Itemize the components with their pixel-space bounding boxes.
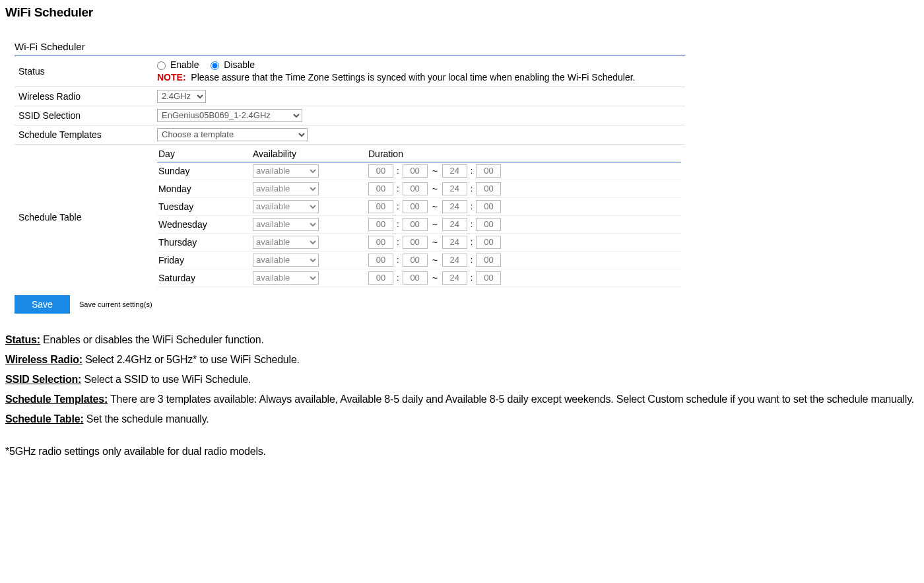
time-colon: : xyxy=(397,219,399,229)
time-range-separator: ~ xyxy=(431,219,439,230)
description-term: Wireless Radio: xyxy=(5,354,82,365)
day-cell: Thursday xyxy=(157,237,253,248)
status-disable-text: Disable xyxy=(224,59,255,70)
time-range-separator: ~ xyxy=(431,273,439,283)
start-min-input[interactable] xyxy=(403,182,428,195)
end-hour-input[interactable] xyxy=(442,254,467,267)
time-colon: : xyxy=(397,237,399,247)
schedule-header: Day Availability Duration xyxy=(157,149,681,162)
end-min-input[interactable] xyxy=(476,164,501,178)
time-colon: : xyxy=(397,255,399,265)
description-text: There are 3 templates available: Always … xyxy=(108,394,914,405)
time-range-separator: ~ xyxy=(431,201,439,212)
template-label: Schedule Templates xyxy=(15,125,153,144)
start-hour-input[interactable] xyxy=(368,218,393,231)
save-button[interactable]: Save xyxy=(15,295,70,314)
status-disable-label[interactable]: Disable xyxy=(211,59,255,70)
status-disable-radio[interactable] xyxy=(211,61,219,70)
description-line: Schedule Table: Set the schedule manuall… xyxy=(5,410,919,429)
availability-select[interactable]: available xyxy=(253,200,319,213)
day-cell: Monday xyxy=(157,184,253,194)
start-min-input[interactable] xyxy=(403,164,428,178)
day-cell: Sunday xyxy=(157,166,253,176)
description-term: Schedule Templates: xyxy=(5,394,108,405)
time-colon: : xyxy=(397,184,399,193)
time-colon: : xyxy=(471,166,473,176)
status-note-label: NOTE: xyxy=(157,72,186,83)
day-cell: Saturday xyxy=(157,273,253,283)
start-min-input[interactable] xyxy=(403,271,428,285)
ssid-select[interactable]: EnGenius05B069_1-2.4GHz xyxy=(157,109,302,122)
start-min-input[interactable] xyxy=(403,254,428,267)
schedule-label: Schedule Table xyxy=(15,144,153,290)
description-term: Schedule Table: xyxy=(5,413,84,425)
schedule-row: Wednesdayavailable:~: xyxy=(157,216,681,234)
schedule-row: Tuesdayavailable:~: xyxy=(157,198,681,216)
schedule-row: Mondayavailable:~: xyxy=(157,180,681,198)
end-min-input[interactable] xyxy=(476,182,501,195)
availability-select[interactable]: available xyxy=(253,236,319,249)
description-text: Enables or disables the WiFi Scheduler f… xyxy=(40,334,264,345)
start-min-input[interactable] xyxy=(403,218,428,231)
status-enable-text: Enable xyxy=(170,59,199,70)
end-hour-input[interactable] xyxy=(442,200,467,213)
end-min-input[interactable] xyxy=(476,236,501,249)
end-hour-input[interactable] xyxy=(442,271,467,285)
end-min-input[interactable] xyxy=(476,200,501,213)
time-colon: : xyxy=(471,255,473,265)
time-range-separator: ~ xyxy=(431,184,439,194)
end-hour-input[interactable] xyxy=(442,164,467,178)
scheduler-panel: Wi-Fi Scheduler Status Enable Disable xyxy=(15,40,685,314)
day-cell: Tuesday xyxy=(157,201,253,212)
end-hour-input[interactable] xyxy=(442,182,467,195)
schedule-row: Fridayavailable:~: xyxy=(157,252,681,269)
start-hour-input[interactable] xyxy=(368,200,393,213)
schedule-row: Thursdayavailable:~: xyxy=(157,234,681,252)
end-hour-input[interactable] xyxy=(442,236,467,249)
description-text: Set the schedule manually. xyxy=(84,413,209,425)
time-colon: : xyxy=(471,273,473,283)
availability-select[interactable]: available xyxy=(253,254,319,267)
time-colon: : xyxy=(471,184,473,193)
col-duration-header: Duration xyxy=(368,149,681,159)
schedule-row: Sundayavailable:~: xyxy=(157,162,681,180)
start-hour-input[interactable] xyxy=(368,164,393,178)
start-min-input[interactable] xyxy=(403,200,428,213)
status-enable-label[interactable]: Enable xyxy=(157,59,201,70)
end-min-input[interactable] xyxy=(476,218,501,231)
start-hour-input[interactable] xyxy=(368,182,393,195)
start-hour-input[interactable] xyxy=(368,254,393,267)
schedule-body: Sundayavailable:~:Mondayavailable:~:Tues… xyxy=(157,162,681,287)
end-min-input[interactable] xyxy=(476,271,501,285)
time-colon: : xyxy=(471,219,473,229)
availability-select[interactable]: available xyxy=(253,164,319,178)
ssid-label: SSID Selection xyxy=(15,106,153,125)
radio-label: Wireless Radio xyxy=(15,86,153,106)
save-hint: Save current setting(s) xyxy=(79,300,152,308)
start-min-input[interactable] xyxy=(403,236,428,249)
col-avail-header: Availability xyxy=(253,149,368,159)
end-hour-input[interactable] xyxy=(442,218,467,231)
description-text: Select 2.4GHz or 5GHz* to use WiFi Sched… xyxy=(82,354,300,365)
save-bar: Save Save current setting(s) xyxy=(15,295,685,314)
availability-select[interactable]: available xyxy=(253,271,319,285)
description-line: Status: Enables or disables the WiFi Sch… xyxy=(5,331,919,349)
page-title: WiFi Scheduler xyxy=(5,5,919,20)
time-range-separator: ~ xyxy=(431,255,439,265)
status-enable-radio[interactable] xyxy=(157,61,166,70)
settings-form: Status Enable Disable NOTE: xyxy=(15,57,685,290)
wireless-radio-select[interactable]: 2.4GHz xyxy=(157,90,206,103)
col-day-header: Day xyxy=(157,149,253,159)
day-cell: Friday xyxy=(157,255,253,265)
end-min-input[interactable] xyxy=(476,254,501,267)
time-colon: : xyxy=(397,166,399,176)
description-text: Select a SSID to use WiFi Schedule. xyxy=(81,374,251,385)
availability-select[interactable]: available xyxy=(253,182,319,195)
panel-separator xyxy=(15,55,685,55)
template-select[interactable]: Choose a template xyxy=(157,128,308,141)
start-hour-input[interactable] xyxy=(368,236,393,249)
description-line: Schedule Templates: There are 3 template… xyxy=(5,390,919,409)
availability-select[interactable]: available xyxy=(253,218,319,231)
time-colon: : xyxy=(397,201,399,211)
start-hour-input[interactable] xyxy=(368,271,393,285)
